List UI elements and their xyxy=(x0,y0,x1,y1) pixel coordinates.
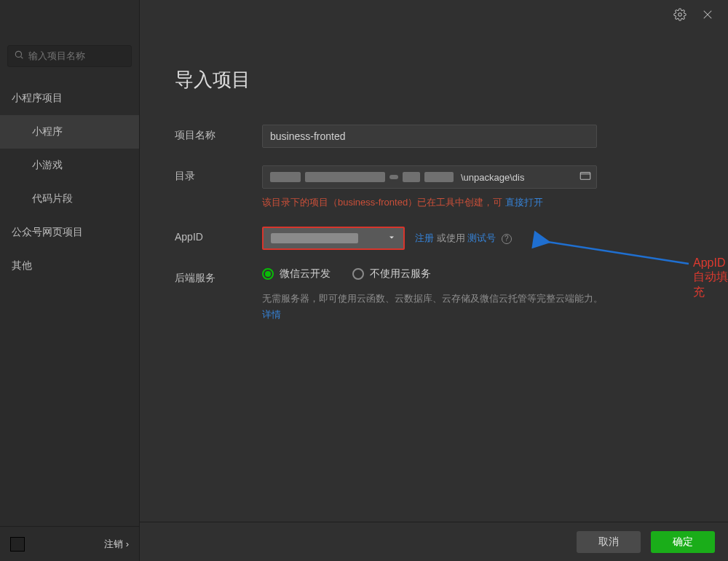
avatar[interactable] xyxy=(10,537,25,552)
cancel-button[interactable]: 取消 xyxy=(577,531,641,553)
dialog-footer: 取消 确定 xyxy=(140,522,728,561)
backend-detail-link[interactable]: 详情 xyxy=(262,309,281,320)
radio-cloud[interactable]: 微信云开发 xyxy=(262,267,331,280)
row-backend: 后端服务 微信云开发 不使用云服务 无需服务器，即可使用云函数、云数据库 xyxy=(175,267,693,323)
logout-link[interactable]: 注销 › xyxy=(104,538,129,551)
svg-point-2 xyxy=(678,13,682,17)
confirm-button[interactable]: 确定 xyxy=(651,531,715,553)
radio-nocloud[interactable]: 不使用云服务 xyxy=(352,267,431,280)
testid-link[interactable]: 测试号 xyxy=(467,232,496,243)
nav-item-miniapp[interactable]: 小程序 xyxy=(0,115,139,149)
warning-text: 该目录下的项目（business-fronted）已在工具中创建，可 xyxy=(262,197,505,208)
folder-open-icon[interactable] xyxy=(579,169,592,185)
radio-cloud-label: 微信云开发 xyxy=(280,267,331,280)
close-icon[interactable] xyxy=(700,7,715,22)
search-icon xyxy=(14,50,28,63)
page-title: 导入项目 xyxy=(175,67,693,93)
nav-group-other[interactable]: 其他 xyxy=(0,249,139,283)
window-controls xyxy=(673,0,728,29)
directory-warning: 该目录下的项目（business-fronted）已在工具中创建，可 直接打开 xyxy=(262,196,693,209)
redacted-path-segment xyxy=(389,175,398,179)
directory-input[interactable]: \unpackage\dis xyxy=(262,165,597,189)
row-project-name: 项目名称 xyxy=(175,125,693,148)
redacted-path-segment xyxy=(270,172,301,182)
nav-group-webpage[interactable]: 公众号网页项目 xyxy=(0,216,139,249)
path-tail: \unpackage\dis xyxy=(461,172,524,183)
label-backend: 后端服务 xyxy=(175,267,262,285)
redacted-path-segment xyxy=(403,172,420,182)
redacted-path-segment xyxy=(305,172,385,182)
chevron-down-icon xyxy=(387,232,396,245)
redacted-path-segment xyxy=(424,172,454,182)
project-name-input[interactable] xyxy=(262,125,597,148)
gear-icon[interactable] xyxy=(673,7,687,22)
backend-radio-group: 微信云开发 不使用云服务 xyxy=(262,267,693,280)
main-area: 导入项目 项目名称 目录 xyxy=(140,0,728,561)
label-project-name: 项目名称 xyxy=(175,125,262,142)
svg-line-1 xyxy=(21,57,23,59)
radio-checked-icon xyxy=(262,268,274,280)
nav-item-snippet[interactable]: 代码片段 xyxy=(0,182,139,216)
search-input[interactable]: 输入项目名称 xyxy=(7,45,132,67)
radio-unchecked-icon xyxy=(352,268,364,280)
label-appid: AppID xyxy=(175,227,262,243)
open-directly-link[interactable]: 直接打开 xyxy=(505,197,543,208)
sidebar: 输入项目名称 小程序项目 小程序 小游戏 代码片段 公众号网页项目 其他 注销 … xyxy=(0,0,140,561)
backend-description: 无需服务器，即可使用云函数、云数据库、云存储及微信云托管等完整云端能力。 详情 xyxy=(262,291,604,323)
radio-nocloud-label: 不使用云服务 xyxy=(370,267,431,280)
sidebar-footer: 注销 › xyxy=(0,526,139,561)
svg-rect-5 xyxy=(580,173,590,180)
appid-aux-text: 注册 或使用 测试号 ? xyxy=(415,232,512,245)
appid-dropdown[interactable] xyxy=(262,227,405,250)
nav-group-miniprogram[interactable]: 小程序项目 xyxy=(0,82,139,115)
nav-list: 小程序项目 小程序 小游戏 代码片段 公众号网页项目 其他 xyxy=(0,82,139,526)
register-link[interactable]: 注册 xyxy=(415,232,434,243)
row-appid: AppID 注册 或使用 测试号 ? xyxy=(175,227,693,250)
redacted-appid xyxy=(271,233,358,243)
nav-item-minigame[interactable]: 小游戏 xyxy=(0,149,139,182)
svg-point-0 xyxy=(15,51,21,57)
row-directory: 目录 \unpackage\dis xyxy=(175,165,693,209)
import-page: 导入项目 项目名称 目录 xyxy=(140,0,728,340)
label-directory: 目录 xyxy=(175,165,262,183)
help-icon[interactable]: ? xyxy=(502,234,512,244)
search-placeholder: 输入项目名称 xyxy=(28,50,85,63)
